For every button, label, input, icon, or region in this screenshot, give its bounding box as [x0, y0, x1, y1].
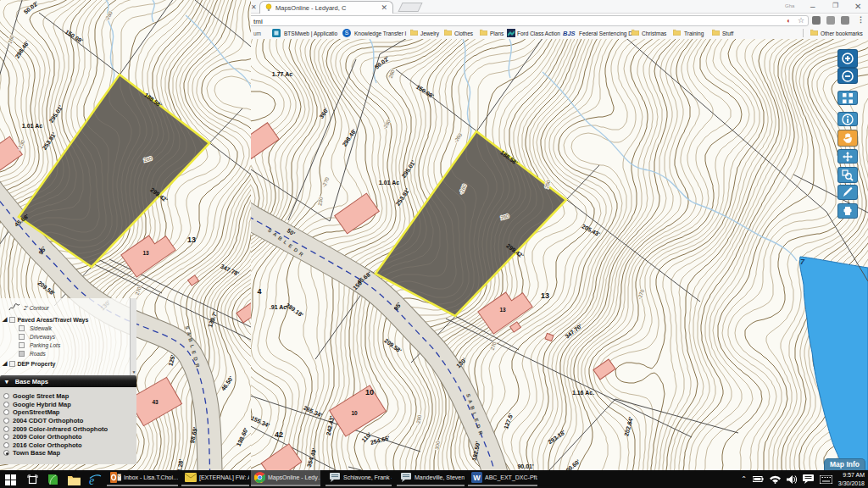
svg-text:1.01 Ac: 1.01 Ac [379, 180, 399, 186]
svg-text:90.01': 90.01' [517, 463, 534, 469]
svg-text:10: 10 [351, 410, 358, 416]
svg-text:.91 Ac: .91 Ac [270, 304, 287, 310]
svg-text:10: 10 [365, 388, 374, 396]
svg-text:S: S [345, 30, 349, 36]
svg-text:W: W [473, 474, 481, 482]
svg-text:43: 43 [152, 399, 159, 405]
svg-text:1.77 Ac: 1.77 Ac [272, 71, 292, 77]
svg-text:4: 4 [257, 287, 261, 296]
svg-text:1.01 Ac: 1.01 Ac [22, 123, 42, 129]
svg-text:1.16 Ac.: 1.16 Ac. [572, 390, 594, 396]
svg-text:13: 13 [187, 236, 196, 244]
svg-text:13: 13 [142, 250, 149, 256]
svg-text:13: 13 [541, 291, 549, 300]
svg-text:13: 13 [499, 307, 506, 313]
svg-text:42: 42 [275, 430, 283, 439]
